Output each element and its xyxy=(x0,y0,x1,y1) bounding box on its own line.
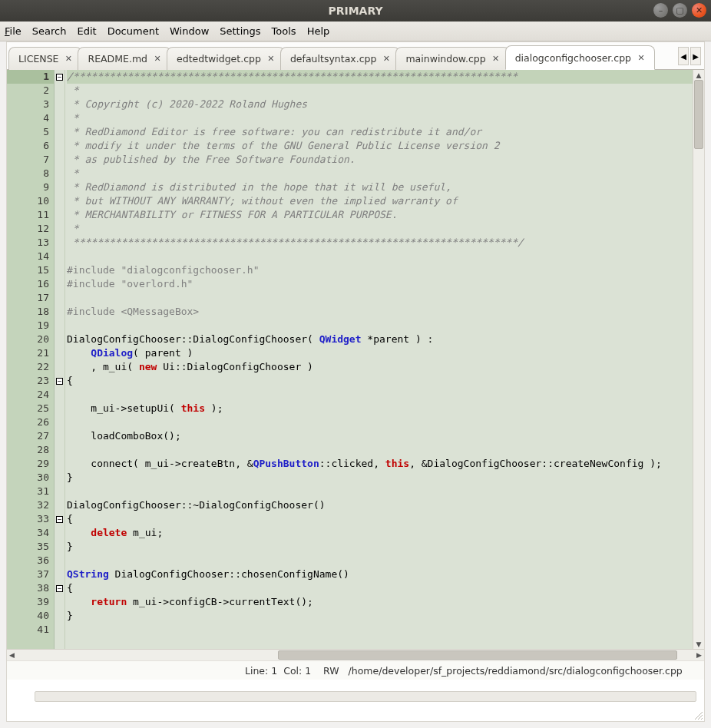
fold-marker[interactable] xyxy=(55,291,64,305)
fold-marker[interactable] xyxy=(55,346,64,360)
menu-help[interactable]: Help xyxy=(307,25,330,37)
code-line[interactable]: , m_ui( new Ui::DialogConfigChooser ) xyxy=(67,360,693,374)
fold-marker[interactable] xyxy=(55,595,64,609)
code-line[interactable] xyxy=(67,319,693,333)
line-number[interactable]: 24 xyxy=(7,388,54,402)
tab-close-icon[interactable]: ✕ xyxy=(266,54,276,65)
tab-mainwindow-cpp[interactable]: mainwindow.cpp✕ xyxy=(395,47,509,70)
fold-marker[interactable]: − xyxy=(55,374,64,388)
tab-close-icon[interactable]: ✕ xyxy=(152,54,163,65)
code-editor[interactable]: 1234567891011121314151617181920212223242… xyxy=(7,70,693,649)
code-line[interactable]: { xyxy=(67,581,693,595)
line-number[interactable]: 23 xyxy=(7,374,54,388)
fold-marker[interactable] xyxy=(55,84,64,98)
code-area[interactable]: /***************************************… xyxy=(65,70,693,649)
tab-readme-md[interactable]: README.md✕ xyxy=(78,47,171,70)
fold-marker[interactable] xyxy=(55,540,64,554)
fold-marker[interactable] xyxy=(55,388,64,402)
fold-marker[interactable] xyxy=(55,415,64,429)
line-number[interactable]: 35 xyxy=(7,540,54,554)
horizontal-scrollbar[interactable]: ◀ ▶ xyxy=(7,649,704,660)
fold-marker[interactable] xyxy=(55,153,64,167)
tab-close-icon[interactable]: ✕ xyxy=(381,54,392,65)
code-line[interactable] xyxy=(67,554,693,568)
fold-marker[interactable] xyxy=(55,98,64,111)
line-number[interactable]: 7 xyxy=(7,153,54,167)
line-number[interactable]: 18 xyxy=(7,305,54,319)
fold-marker[interactable] xyxy=(55,111,64,125)
tab-dialogconfigchooser-cpp[interactable]: dialogconfigchooser.cpp✕ xyxy=(505,45,655,70)
code-line[interactable]: { xyxy=(67,374,693,388)
line-number[interactable]: 3 xyxy=(7,98,54,111)
scroll-left-icon[interactable]: ◀ xyxy=(7,650,17,660)
line-number[interactable]: 31 xyxy=(7,485,54,498)
vscroll-thumb[interactable] xyxy=(694,80,703,149)
code-line[interactable]: * xyxy=(67,222,693,236)
fold-marker[interactable]: − xyxy=(55,70,64,84)
menu-window[interactable]: Window xyxy=(170,25,209,37)
fold-marker[interactable] xyxy=(55,180,64,194)
minimize-button[interactable]: – xyxy=(653,3,668,18)
line-number[interactable]: 32 xyxy=(7,498,54,512)
code-line[interactable]: DialogConfigChooser::DialogConfigChooser… xyxy=(67,333,693,346)
fold-marker[interactable] xyxy=(55,333,64,346)
code-line[interactable]: #include "overlord.h" xyxy=(67,277,693,291)
code-line[interactable]: QDialog( parent ) xyxy=(67,346,693,360)
code-line[interactable]: * RedDiamond is distributed in the hope … xyxy=(67,180,693,194)
code-line[interactable]: * RedDiamond Editor is free software: yo… xyxy=(67,125,693,139)
scroll-up-icon[interactable]: ▲ xyxy=(693,70,704,80)
line-number[interactable]: 15 xyxy=(7,263,54,277)
code-line[interactable]: loadComboBox(); xyxy=(67,429,693,443)
fold-marker[interactable] xyxy=(55,277,64,291)
fold-marker[interactable] xyxy=(55,609,64,623)
line-number[interactable]: 39 xyxy=(7,595,54,609)
line-number[interactable]: 1 xyxy=(7,70,54,84)
line-number[interactable]: 41 xyxy=(7,623,54,637)
line-number[interactable]: 40 xyxy=(7,609,54,623)
code-line[interactable]: * Copyright (c) 2020-2022 Roland Hughes xyxy=(67,98,693,111)
fold-marker[interactable] xyxy=(55,125,64,139)
resize-grip-icon[interactable] xyxy=(693,710,703,720)
fold-marker[interactable] xyxy=(55,305,64,319)
line-number[interactable]: 26 xyxy=(7,415,54,429)
code-line[interactable]: { xyxy=(67,512,693,526)
code-line[interactable] xyxy=(67,250,693,263)
fold-toggle-icon[interactable]: − xyxy=(56,378,63,385)
line-number[interactable]: 19 xyxy=(7,319,54,333)
tab-close-icon[interactable]: ✕ xyxy=(636,52,647,63)
code-line[interactable]: * xyxy=(67,167,693,180)
line-number[interactable]: 29 xyxy=(7,457,54,471)
fold-marker[interactable]: − xyxy=(55,581,64,595)
tab-close-icon[interactable]: ✕ xyxy=(63,54,74,65)
code-line[interactable]: * xyxy=(67,111,693,125)
menu-edit[interactable]: Edit xyxy=(77,25,96,37)
line-number[interactable]: 36 xyxy=(7,554,54,568)
code-line[interactable] xyxy=(67,623,693,637)
line-number[interactable]: 14 xyxy=(7,250,54,263)
code-line[interactable]: * MERCHANTABILITY or FITNESS FOR A PARTI… xyxy=(67,208,693,222)
code-line[interactable]: } xyxy=(67,609,693,623)
fold-marker[interactable] xyxy=(55,568,64,581)
code-line[interactable]: ****************************************… xyxy=(67,236,693,250)
line-number[interactable]: 25 xyxy=(7,402,54,415)
line-number[interactable]: 5 xyxy=(7,125,54,139)
code-line[interactable]: * but WITHOUT ANY WARRANTY; without even… xyxy=(67,194,693,208)
fold-marker[interactable] xyxy=(55,554,64,568)
code-line[interactable]: delete m_ui; xyxy=(67,526,693,540)
scroll-right-icon[interactable]: ▶ xyxy=(694,650,704,660)
menu-settings[interactable]: Settings xyxy=(220,25,260,37)
hscroll-thumb[interactable] xyxy=(278,650,677,660)
tab-scroll-left[interactable]: ◀ xyxy=(678,47,689,65)
fold-marker[interactable] xyxy=(55,429,64,443)
tab-close-icon[interactable]: ✕ xyxy=(491,54,501,65)
fold-marker[interactable] xyxy=(55,443,64,457)
line-number[interactable]: 8 xyxy=(7,167,54,180)
code-line[interactable]: * xyxy=(67,84,693,98)
fold-marker[interactable] xyxy=(55,194,64,208)
menu-search[interactable]: Search xyxy=(32,25,67,37)
fold-marker[interactable] xyxy=(55,250,64,263)
code-line[interactable]: * as published by the Free Software Foun… xyxy=(67,153,693,167)
fold-marker[interactable] xyxy=(55,167,64,180)
line-number[interactable]: 34 xyxy=(7,526,54,540)
tab-scroll-right[interactable]: ▶ xyxy=(690,47,701,65)
